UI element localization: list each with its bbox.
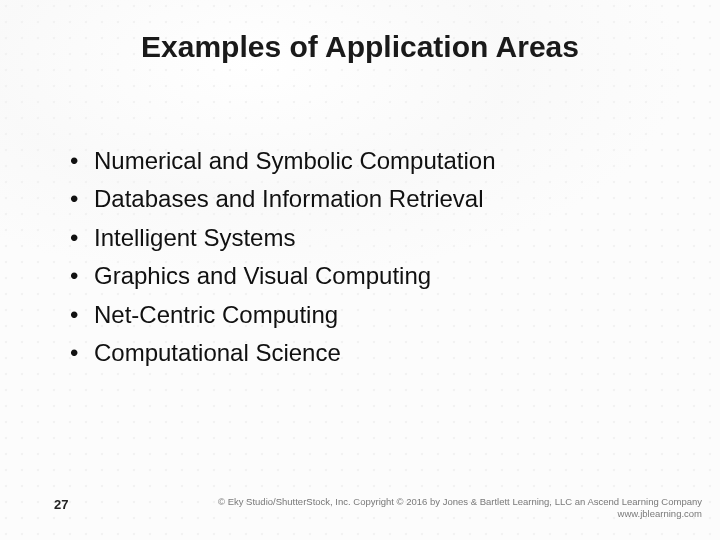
list-item-text: Graphics and Visual Computing	[94, 260, 431, 292]
list-item-text: Computational Science	[94, 337, 341, 369]
list-item-text: Numerical and Symbolic Computation	[94, 145, 496, 177]
list-item: • Intelligent Systems	[70, 222, 660, 254]
bullet-icon: •	[70, 183, 94, 215]
footer: © Eky Studio/ShutterStock, Inc. Copyrigh…	[218, 496, 702, 520]
bullet-icon: •	[70, 145, 94, 177]
list-item-text: Intelligent Systems	[94, 222, 295, 254]
bullet-icon: •	[70, 299, 94, 331]
list-item: • Databases and Information Retrieval	[70, 183, 660, 215]
page-number: 27	[54, 497, 68, 512]
list-item: • Computational Science	[70, 337, 660, 369]
list-item: • Net-Centric Computing	[70, 299, 660, 331]
bullet-list: • Numerical and Symbolic Computation • D…	[70, 145, 660, 375]
copyright-text: © Eky Studio/ShutterStock, Inc. Copyrigh…	[218, 496, 702, 508]
bullet-icon: •	[70, 222, 94, 254]
bullet-icon: •	[70, 260, 94, 292]
slide: Examples of Application Areas • Numerica…	[0, 0, 720, 540]
slide-title: Examples of Application Areas	[0, 30, 720, 64]
list-item-text: Databases and Information Retrieval	[94, 183, 484, 215]
footer-url: www.jblearning.com	[218, 508, 702, 520]
list-item: • Graphics and Visual Computing	[70, 260, 660, 292]
list-item: • Numerical and Symbolic Computation	[70, 145, 660, 177]
bullet-icon: •	[70, 337, 94, 369]
list-item-text: Net-Centric Computing	[94, 299, 338, 331]
